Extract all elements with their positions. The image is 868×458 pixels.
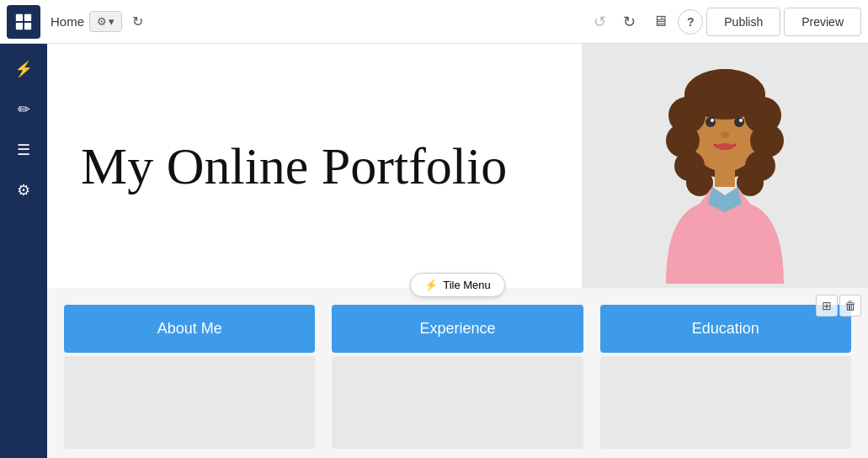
tile-header-experience[interactable]: Experience: [332, 305, 583, 353]
svg-rect-3: [24, 22, 31, 29]
tile-menu-label: Tile Menu: [443, 279, 491, 291]
sidebar: ⚡ ✏ ☰ ⚙: [0, 44, 47, 458]
settings-icon: ⚙: [97, 15, 107, 28]
sidebar-item-settings[interactable]: ⚙: [5, 172, 42, 209]
publish-button[interactable]: Publish: [706, 8, 780, 36]
tile-label-experience: Experience: [419, 320, 495, 337]
svg-point-14: [684, 69, 765, 120]
svg-rect-1: [24, 13, 31, 20]
tiles-grid: About Me Experience Education: [64, 305, 851, 449]
chevron-down-icon: ▾: [109, 15, 114, 28]
settings-dropdown-button[interactable]: ⚙ ▾: [89, 11, 122, 32]
tile-label-education: Education: [692, 320, 759, 337]
tile-body-education: [600, 356, 851, 449]
lightning-icon: ⚡: [14, 60, 33, 78]
refresh-button[interactable]: ↻: [127, 8, 148, 35]
svg-point-20: [716, 143, 733, 150]
list-icon: ☰: [17, 141, 30, 159]
avatar-illustration: [641, 48, 809, 284]
tile-column-about: About Me: [64, 305, 315, 449]
tile-column-education: Education: [600, 305, 851, 449]
svg-point-18: [739, 119, 743, 122]
help-button[interactable]: ?: [678, 9, 703, 35]
tile-body-experience: [332, 356, 583, 449]
sidebar-item-lightning[interactable]: ⚡: [5, 51, 42, 88]
move-tiles-button[interactable]: ⊞: [816, 295, 838, 317]
page-title-group: Home ⚙ ▾ ↻: [51, 8, 316, 35]
undo-button[interactable]: ↺: [587, 6, 613, 38]
svg-point-16: [734, 117, 744, 127]
gear-icon: ⚙: [17, 181, 30, 200]
svg-rect-21: [715, 166, 735, 187]
sidebar-item-pen[interactable]: ✏: [5, 91, 42, 128]
tile-header-about-me[interactable]: About Me: [64, 305, 315, 353]
main-area: ⚡ ✏ ☰ ⚙ My Online Portfolio: [0, 44, 868, 458]
redo-button[interactable]: ↻: [616, 6, 642, 38]
tiles-section: ⊞ 🗑 About Me Experience: [47, 288, 868, 458]
tiles-controls: ⊞ 🗑: [816, 295, 861, 317]
lightning-icon: ⚡: [424, 279, 438, 291]
app-logo[interactable]: [7, 5, 40, 39]
tile-header-education[interactable]: Education: [600, 305, 851, 353]
toolbar-actions: ↺ ↻ 🖥 ? Publish Preview: [587, 6, 861, 38]
hero-image-area: [582, 44, 868, 288]
page-title: Home: [51, 14, 84, 29]
hero-text-area: My Online Portfolio: [47, 44, 582, 288]
tile-label-about-me: About Me: [157, 320, 222, 337]
preview-button[interactable]: Preview: [784, 8, 861, 36]
svg-point-17: [711, 119, 714, 122]
svg-rect-0: [16, 13, 23, 20]
svg-rect-2: [16, 22, 23, 29]
tile-body-about-me: [64, 356, 315, 449]
tile-column-experience: Experience: [332, 305, 583, 449]
toolbar: Home ⚙ ▾ ↻ ↺ ↻ 🖥 ? Publish Preview: [0, 0, 868, 44]
monitor-button[interactable]: 🖥: [646, 6, 674, 37]
move-icon: ⊞: [822, 299, 832, 312]
svg-point-19: [721, 131, 729, 138]
sidebar-item-list[interactable]: ☰: [5, 131, 42, 168]
svg-point-15: [706, 117, 716, 127]
delete-tiles-button[interactable]: 🗑: [839, 295, 861, 317]
hero-title: My Online Portfolio: [81, 137, 507, 194]
content-area: My Online Portfolio: [47, 44, 868, 458]
hero-section: My Online Portfolio: [47, 44, 868, 288]
pen-icon: ✏: [18, 100, 30, 119]
tile-menu-button[interactable]: ⚡ Tile Menu: [410, 273, 505, 297]
trash-icon: 🗑: [844, 299, 856, 312]
